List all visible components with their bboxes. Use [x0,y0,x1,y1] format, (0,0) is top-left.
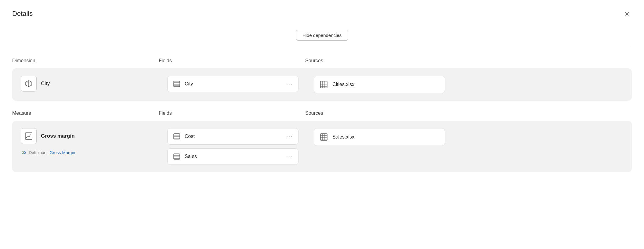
measure-section: Measure Fields Sources G [12,110,632,172]
measure-fields-col: Cost ··· Sales ··· [167,128,314,165]
gross-margin-entity-icon [21,128,37,144]
content-area: Dimension Fields Sources [0,48,644,194]
sales-source-spreadsheet-icon [320,133,328,141]
hide-dependencies-button[interactable]: Hide dependencies [296,30,348,41]
dimension-entity-col: City [21,76,167,92]
svg-rect-7 [320,81,327,88]
close-button[interactable]: × [622,9,632,19]
svg-rect-25 [320,134,327,140]
dimension-fields-label: Fields [159,58,305,63]
measure-entity-col: Gross margin Definition: Gross Margin [21,128,167,156]
cost-field-card: Cost ··· [167,128,298,145]
cost-field-more-button[interactable]: ··· [286,133,293,140]
dimension-section-headers: Dimension Fields Sources [12,58,632,63]
table-icon [173,80,180,88]
cost-table-icon-svg [173,133,180,140]
definition-prefix: Definition: [29,150,48,155]
definition-row: Definition: Gross Margin [21,150,75,156]
measure-fields-label: Fields [159,110,305,116]
city-field-card: City ··· [167,76,298,92]
dimension-section: Dimension Fields Sources [12,58,632,101]
spreadsheet-icon [320,80,328,89]
cost-table-icon [173,133,180,140]
cube-icon [24,79,33,88]
cost-field-name: Cost [185,134,282,139]
sales-xlsx-source-card: Sales.xlsx [314,128,445,146]
gross-margin-entity-row: Gross margin [21,128,75,144]
sales-spreadsheet-icon [320,133,328,141]
sales-table-icon [173,153,180,160]
measure-icon [24,132,33,140]
source-spreadsheet-icon [320,80,328,89]
toolbar: Hide dependencies [0,25,644,48]
city-entity-icon [21,76,37,92]
measure-label: Measure [12,110,159,116]
gross-margin-definition-link[interactable]: Gross Margin [49,150,75,155]
modal-title: Details [12,10,33,18]
modal-header: Details × [0,0,644,25]
sales-field-card: Sales ··· [167,148,298,165]
dimension-fields-col: City ··· [167,76,314,92]
details-modal: Details × Hide dependencies Dimension Fi… [0,0,644,249]
measure-sources-label: Sources [305,110,632,116]
gross-margin-entity-name: Gross margin [41,133,75,139]
city-entity-row: City [21,76,50,92]
dimension-sources-col: Cities.xlsx [314,76,623,93]
cities-xlsx-source-card: Cities.xlsx [314,76,445,93]
measure-section-headers: Measure Fields Sources [12,110,632,116]
link-icon [21,150,27,156]
sales-field-name: Sales [185,154,282,159]
measure-section-body: Gross margin Definition: Gross Margin [12,121,632,172]
dimension-sources-label: Sources [305,58,632,63]
definition-icon [21,150,27,156]
sales-xlsx-name: Sales.xlsx [332,134,354,140]
city-entity-name: City [41,81,50,87]
city-field-more-button[interactable]: ··· [286,81,293,87]
dimension-label: Dimension [12,58,159,63]
field-table-icon [173,80,180,88]
measure-sources-col: Sales.xlsx [314,128,623,146]
sales-table-icon-svg [173,153,180,160]
city-field-name: City [185,81,282,87]
sales-field-more-button[interactable]: ··· [286,153,293,160]
cities-xlsx-name: Cities.xlsx [332,82,354,87]
svg-rect-13 [25,133,32,139]
dimension-section-body: City [12,68,632,101]
